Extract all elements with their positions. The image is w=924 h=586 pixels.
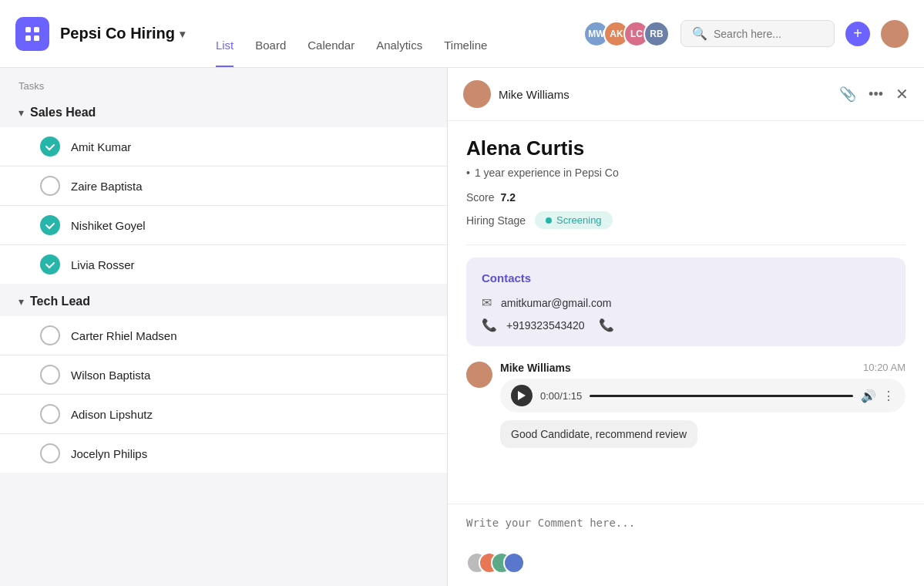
group-header-sales[interactable]: ▾ Sales Head xyxy=(0,98,447,127)
svg-marker-4 xyxy=(518,391,526,400)
chat-message: Mike Williams 10:20 AM 0:00/1:15 🔊 ⋮ xyxy=(466,362,906,448)
volume-icon[interactable]: 🔊 xyxy=(861,389,876,403)
check-icon-empty xyxy=(40,325,60,345)
chat-avatar xyxy=(466,362,492,388)
play-button[interactable] xyxy=(511,385,533,406)
project-title[interactable]: Pepsi Co Hiring ▾ xyxy=(60,25,185,42)
tab-calendar[interactable]: Calendar xyxy=(307,0,354,67)
stage-row: Hiring Stage Screening xyxy=(466,211,906,229)
nav-tabs: List Board Calendar Analytics Timeline xyxy=(216,0,487,67)
task-name: Amit Kumar xyxy=(71,140,131,153)
tasks-sales: Amit Kumar Zaire Baptista Nishiket Goyel xyxy=(0,127,447,284)
audio-controls: 🔊 ⋮ xyxy=(861,389,895,403)
task-row[interactable]: Zaire Baptista xyxy=(0,167,447,206)
user-avatar[interactable] xyxy=(881,20,909,48)
phone-value: +919323543420 xyxy=(506,319,585,332)
svg-rect-0 xyxy=(25,27,31,32)
chat-header: Mike Williams 10:20 AM xyxy=(500,362,906,374)
contacts-card: Contacts ✉ amitkumar@gmail.com 📞 +919323… xyxy=(466,258,906,346)
audio-player: 0:00/1:15 🔊 ⋮ xyxy=(500,379,906,413)
chevron-down-icon: ▾ xyxy=(180,28,185,40)
chat-time: 10:20 AM xyxy=(863,362,906,374)
contact-email-row: ✉ amitkumar@gmail.com xyxy=(482,295,890,310)
comment-avatar-4 xyxy=(503,552,525,574)
collapse-icon: ▾ xyxy=(18,295,24,308)
score-label: Score xyxy=(466,191,495,204)
more-options-button[interactable]: ••• xyxy=(869,86,883,103)
comment-avatars xyxy=(466,552,906,574)
stage-badge[interactable]: Screening xyxy=(535,211,613,229)
chat-message-bubble: Good Candidate, recommend review xyxy=(500,420,697,448)
search-input[interactable] xyxy=(714,28,823,40)
comment-input[interactable] xyxy=(466,517,906,541)
main-content: Tasks ▾ Sales Head Amit Kumar Zaire Bapt… xyxy=(0,68,924,586)
task-name: Carter Rhiel Madsen xyxy=(71,329,177,342)
task-name: Nishiket Goyel xyxy=(71,219,146,232)
chat-body: Mike Williams 10:20 AM 0:00/1:15 🔊 ⋮ xyxy=(500,362,906,448)
candidate-experience: • 1 year experience in Pepsi Co xyxy=(466,167,906,179)
app-logo xyxy=(15,17,49,51)
task-name: Jocelyn Philips xyxy=(71,447,147,460)
task-name: Zaire Baptista xyxy=(71,180,143,193)
svg-rect-1 xyxy=(34,27,39,32)
check-icon-empty xyxy=(40,176,60,196)
task-row[interactable]: Jocelyn Philips xyxy=(0,434,447,473)
tab-board[interactable]: Board xyxy=(255,0,286,67)
team-avatars: MW AK LC RB xyxy=(583,21,670,47)
panel-actions: 📎 ••• ✕ xyxy=(839,85,909,103)
task-row[interactable]: Carter Rhiel Madsen xyxy=(0,316,447,355)
task-name: Adison Lipshutz xyxy=(71,408,153,421)
contacts-title: Contacts xyxy=(482,271,890,285)
check-icon-filled xyxy=(40,215,60,235)
attach-button[interactable]: 📎 xyxy=(839,86,856,103)
email-value: amitkumar@gmail.com xyxy=(501,297,611,309)
panel-content: Alena Curtis • 1 year experience in Peps… xyxy=(448,121,924,503)
chat-sender: Mike Williams xyxy=(500,362,571,374)
stage-dot xyxy=(546,217,552,224)
contact-phone-row: 📞 +919323543420 📞 xyxy=(482,318,890,332)
task-row[interactable]: Nishiket Goyel xyxy=(0,206,447,245)
panel-header: Mike Williams 📎 ••• ✕ xyxy=(448,68,924,121)
phone-call-icon[interactable]: 📞 xyxy=(599,318,614,332)
check-icon-empty xyxy=(40,365,60,385)
tab-analytics[interactable]: Analytics xyxy=(376,0,422,67)
panel-user-name: Mike Williams xyxy=(499,88,832,101)
audio-progress-bar[interactable] xyxy=(590,395,853,397)
panel-user-avatar xyxy=(463,80,491,108)
task-row[interactable]: Wilson Baptista xyxy=(0,355,447,395)
task-name: Livia Rosser xyxy=(71,258,135,271)
task-row[interactable]: Adison Lipshutz xyxy=(0,395,447,434)
collapse-icon: ▾ xyxy=(18,106,24,119)
more-icon[interactable]: ⋮ xyxy=(882,389,895,403)
tab-list[interactable]: List xyxy=(216,0,234,67)
logo-icon xyxy=(23,25,42,43)
group-header-tech[interactable]: ▾ Tech Lead xyxy=(0,287,447,316)
tab-timeline[interactable]: Timeline xyxy=(444,0,487,67)
phone-icon: 📞 xyxy=(482,318,497,332)
group-title-tech: Tech Lead xyxy=(30,295,90,308)
tasks-tech: Carter Rhiel Madsen Wilson Baptista Adis… xyxy=(0,316,447,473)
task-row[interactable]: Livia Rosser xyxy=(0,245,447,284)
score-value: 7.2 xyxy=(501,191,516,204)
header: Pepsi Co Hiring ▾ List Board Calendar An… xyxy=(0,0,924,68)
divider xyxy=(466,244,906,245)
check-icon-empty xyxy=(40,443,60,463)
avatar-4: RB xyxy=(643,21,670,47)
task-row[interactable]: Amit Kumar xyxy=(0,127,447,167)
search-icon: 🔍 xyxy=(692,26,707,41)
comment-area xyxy=(448,503,924,586)
search-box[interactable]: 🔍 xyxy=(680,20,835,47)
close-button[interactable]: ✕ xyxy=(895,85,909,103)
check-icon-filled xyxy=(40,136,60,157)
check-icon-filled xyxy=(40,254,60,274)
right-panel: Mike Williams 📎 ••• ✕ Alena Curtis • 1 y… xyxy=(447,68,924,586)
add-button[interactable]: + xyxy=(845,22,870,46)
svg-rect-3 xyxy=(34,35,39,41)
tasks-label: Tasks xyxy=(0,68,447,98)
group-title-sales: Sales Head xyxy=(30,106,96,120)
stage-label: Hiring Stage xyxy=(466,214,526,227)
check-icon-empty xyxy=(40,404,60,424)
header-right: MW AK LC RB 🔍 + xyxy=(583,20,909,48)
audio-time: 0:00/1:15 xyxy=(540,390,582,402)
group-sales-head: ▾ Sales Head Amit Kumar Zaire Baptista xyxy=(0,98,447,284)
